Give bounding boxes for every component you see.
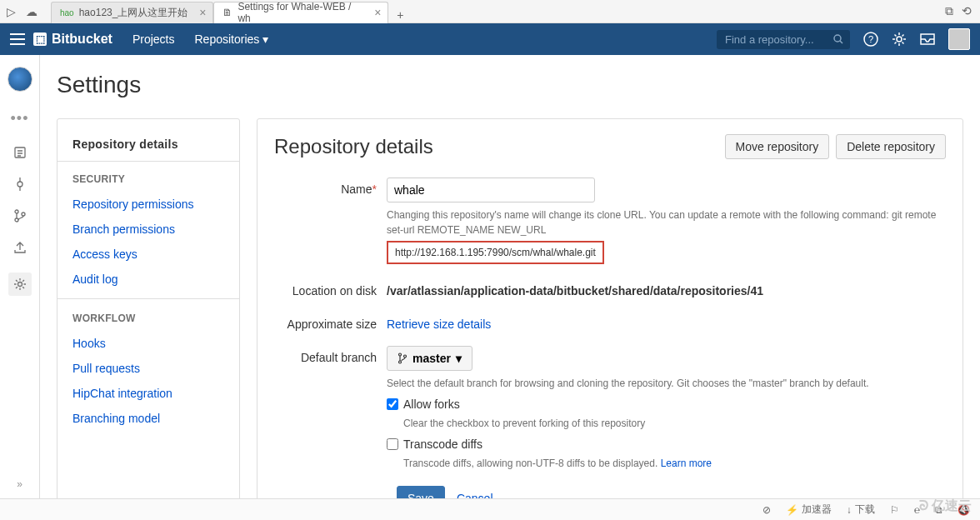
- bucket-icon: ⬚: [33, 32, 47, 46]
- branch-label: Default branch: [274, 346, 387, 471]
- svg-point-9: [18, 282, 22, 287]
- svg-point-12: [404, 355, 407, 358]
- svg-point-10: [399, 353, 402, 356]
- sidebar-pull-requests[interactable]: Pull requests: [58, 356, 239, 381]
- sidebar-hipchat[interactable]: HipChat integration: [58, 381, 239, 406]
- new-tab-button[interactable]: +: [392, 7, 408, 23]
- delete-repository-button[interactable]: Delete repository: [836, 134, 946, 159]
- svg-text:?: ?: [868, 34, 873, 44]
- sidebar-heading-workflow: WORKFLOW: [58, 306, 239, 331]
- expand-icon[interactable]: »: [17, 478, 22, 498]
- project-avatar[interactable]: [8, 67, 32, 92]
- transcode-diffs-checkbox[interactable]: [387, 438, 398, 450]
- branch-icon: [398, 352, 408, 364]
- sidebar-branch-permissions[interactable]: Branch permissions: [58, 217, 239, 242]
- branch-help: Select the default branch for browsing a…: [387, 376, 946, 391]
- learn-more-link[interactable]: Learn more: [661, 458, 712, 469]
- browser-chrome: ▷ ☁ hao hao123_上网从这里开始 × 🗎 Settings for …: [0, 0, 980, 23]
- tab-title: hao123_上网从这里开始: [79, 6, 188, 20]
- sidebar-access-keys[interactable]: Access keys: [58, 242, 239, 267]
- svg-point-3: [897, 37, 902, 42]
- close-icon[interactable]: ×: [199, 6, 206, 19]
- status-accelerator[interactable]: ⚡ 加速器: [786, 502, 832, 517]
- icon-rail: ••• »: [0, 55, 40, 498]
- retrieve-size-link[interactable]: Retrieve size details: [387, 312, 491, 331]
- svg-point-8: [22, 212, 25, 216]
- user-avatar[interactable]: [948, 28, 970, 50]
- commits-icon[interactable]: [13, 178, 27, 191]
- gear-icon[interactable]: [892, 32, 907, 47]
- svg-point-6: [15, 210, 18, 213]
- chevron-down-icon: ▾: [456, 352, 462, 365]
- transcode-help: Transcode diffs, allowing non-UTF-8 diff…: [403, 456, 946, 471]
- clone-url-box: http://192.168.1.195:7990/scm/whal/whale…: [387, 241, 604, 264]
- status-compat-icon[interactable]: ⊘: [762, 504, 771, 516]
- save-button[interactable]: Save: [397, 486, 445, 498]
- search-icon: [833, 34, 843, 44]
- favicon-page: 🗎: [222, 7, 232, 18]
- page-title: Settings: [57, 72, 963, 98]
- browser-back-icon[interactable]: ▷: [7, 5, 16, 18]
- settings-gear-icon[interactable]: [8, 272, 32, 296]
- transcode-label: Transcode diffs: [403, 438, 482, 451]
- svg-point-11: [399, 361, 402, 363]
- svg-point-5: [18, 182, 22, 187]
- search-input[interactable]: Find a repository...: [717, 30, 850, 49]
- sidebar-branching-model[interactable]: Branching model: [58, 406, 239, 431]
- tab-title: Settings for Whale-WEB / wh: [238, 1, 362, 24]
- sidebar-repo-permissions[interactable]: Repository permissions: [58, 192, 239, 217]
- forks-help: Clear the checkbox to prevent forking of…: [403, 416, 946, 431]
- repository-details-panel: Repository details Move repository Delet…: [257, 118, 963, 498]
- browser-tabs: hao hao123_上网从这里开始 × 🗎 Settings for Whal…: [51, 0, 408, 23]
- brand-text: Bitbucket: [52, 32, 112, 47]
- sidebar-heading-security: SECURITY: [58, 167, 239, 192]
- location-label: Location on disk: [274, 279, 387, 298]
- close-icon[interactable]: ×: [374, 6, 381, 19]
- allow-forks-label: Allow forks: [403, 398, 460, 411]
- share-icon[interactable]: [13, 241, 27, 254]
- watermark: ᘐ 亿速云: [919, 498, 972, 515]
- panel-title: Repository details: [274, 135, 433, 158]
- allow-forks-checkbox[interactable]: [387, 398, 398, 410]
- name-label: Name*: [274, 178, 387, 264]
- browser-status-bar: ⊘ ⚡ 加速器 ↓ 下载 ⚐ ℮ ⧉ 🔇: [0, 498, 980, 520]
- size-label: Approximate size: [274, 312, 387, 331]
- name-help: Changing this repository's name will cha…: [387, 208, 946, 238]
- browser-tab-settings[interactable]: 🗎 Settings for Whale-WEB / wh ×: [213, 2, 388, 23]
- top-navigation: ⬚ Bitbucket Projects Repositories ▾ Find…: [0, 23, 980, 55]
- favicon-hao: hao: [60, 8, 74, 18]
- browser-tab-hao123[interactable]: hao hao123_上网从这里开始 ×: [51, 2, 213, 23]
- name-input[interactable]: [387, 178, 595, 202]
- sidebar-hooks[interactable]: Hooks: [58, 331, 239, 356]
- status-download[interactable]: ↓ 下载: [847, 502, 875, 517]
- svg-point-0: [834, 35, 841, 42]
- bitbucket-logo[interactable]: ⬚ Bitbucket: [33, 32, 112, 47]
- sidebar-heading-main: Repository details: [58, 131, 239, 162]
- nav-repositories[interactable]: Repositories ▾: [194, 32, 268, 46]
- sidebar-audit-log[interactable]: Audit log: [58, 267, 239, 292]
- location-value: /var/atlassian/application-data/bitbucke…: [387, 279, 946, 298]
- cloud-icon[interactable]: ☁: [26, 5, 38, 18]
- cancel-link[interactable]: Cancel: [457, 492, 493, 498]
- move-repository-button[interactable]: Move repository: [725, 134, 830, 159]
- nav-projects[interactable]: Projects: [132, 32, 175, 46]
- default-branch-dropdown[interactable]: master ▾: [387, 346, 472, 371]
- inbox-icon[interactable]: [920, 33, 935, 45]
- branches-icon[interactable]: [13, 209, 27, 222]
- refresh-icon[interactable]: ⟲: [962, 4, 972, 18]
- search-placeholder: Find a repository...: [725, 33, 814, 46]
- source-icon[interactable]: [13, 146, 27, 159]
- status-flag-icon[interactable]: ⚐: [890, 504, 899, 516]
- help-icon[interactable]: ?: [863, 32, 878, 47]
- restore-icon[interactable]: ⧉: [945, 4, 953, 18]
- more-icon[interactable]: •••: [11, 110, 29, 128]
- settings-sidebar: Repository details SECURITY Repository p…: [57, 118, 240, 498]
- menu-icon[interactable]: [10, 33, 30, 45]
